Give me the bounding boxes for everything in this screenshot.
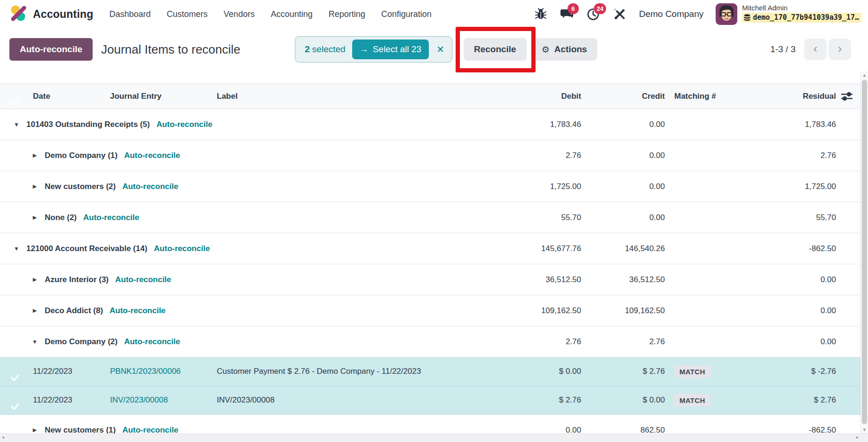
top-navbar: Accounting Dashboard Customers Vendors A… [0,0,868,28]
group-credit: 0.00 [581,151,665,160]
actions-button[interactable]: ⚙ Actions [531,38,598,61]
vertical-scrollbar-thumb[interactable] [862,80,867,424]
journal-item-row[interactable]: 11/22/2023INV/2023/00008INV/2023/00008$ … [0,386,860,415]
app-title: Accounting [33,8,94,21]
pager-next-button[interactable]: › [829,39,851,60]
chevron-right-icon: › [838,42,842,55]
auto-reconcile-button[interactable]: Auto-reconcile [9,38,93,61]
header-date[interactable]: Date [30,92,107,101]
header-residual[interactable]: Residual [724,92,836,101]
auto-reconcile-link[interactable]: Auto-reconcile [110,306,166,316]
messages-icon[interactable]: 6 [560,7,574,21]
caret-right-icon[interactable]: ▶ [32,276,38,283]
header-matching[interactable]: Matching # [665,92,724,101]
user-menu[interactable]: Mitchell Admin demo_170_77b941039a39_17… [716,3,861,25]
group-row[interactable]: ▶Deco Addict (8)Auto-reconcile109,162.50… [0,295,860,326]
user-avatar[interactable] [716,3,737,25]
caret-right-icon[interactable]: ▶ [32,214,38,221]
group-row[interactable]: ▶Azure Interior (3)Auto-reconcile36,512.… [0,264,860,295]
group-credit: 146,540.26 [581,244,665,253]
activities-count-badge: 24 [594,3,606,14]
auto-reconcile-link[interactable]: Auto-reconcile [83,213,139,222]
journal-entry-link[interactable]: INV/2023/00008 [107,395,214,405]
group-residual: 55.70 [724,213,836,222]
group-residual: 1,783.46 [724,120,836,129]
tools-icon[interactable] [613,7,627,21]
clear-selection-icon[interactable]: ✕ [435,44,445,55]
group-row[interactable]: ▼121000 Account Receivable (14)Auto-reco… [0,233,860,264]
matching-badge: MATCH [674,365,710,378]
scroll-right-icon[interactable]: ▸ [856,434,859,440]
vertical-scrollbar[interactable]: ▲ ▼ [860,71,868,434]
row-label: Customer Payment $ 2.76 - Demo Company -… [214,367,492,376]
scroll-up-icon[interactable]: ▲ [861,73,868,78]
caret-right-icon[interactable]: ▶ [32,427,38,433]
caret-down-icon[interactable]: ▼ [13,245,20,252]
debug-bug-icon[interactable] [534,7,548,21]
journal-entry-link[interactable]: PBNK1/2023/00006 [107,367,214,376]
pager-range: 1-3 / 3 [770,44,796,55]
caret-down-icon[interactable]: ▼ [13,121,20,128]
group-row[interactable]: ▼101403 Outstanding Receipts (5)Auto-rec… [0,109,860,140]
row-label: INV/2023/00008 [214,395,492,405]
nav-item-configuration[interactable]: Configuration [381,9,432,19]
header-label[interactable]: Label [214,92,492,101]
group-name: Deco Addict (8) [45,306,103,316]
group-name: Azure Interior (3) [45,275,109,284]
gear-icon: ⚙ [542,45,550,54]
group-name: Demo Company (1) [45,151,118,160]
group-debit: 2.76 [492,337,581,347]
optional-columns-icon[interactable] [836,91,860,102]
horizontal-scrollbar[interactable]: ◂ ▸ [0,434,868,442]
header-credit[interactable]: Credit [581,92,665,101]
select-all-button[interactable]: → Select all 23 [352,39,429,59]
app-brand[interactable]: Accounting [9,4,94,24]
nav-item-customers[interactable]: Customers [167,9,208,19]
group-residual: 2.76 [724,151,836,160]
nav-item-vendors[interactable]: Vendors [224,9,255,19]
row-credit: $ 0.00 [581,395,665,405]
reconcile-button-wrap: Reconcile [464,38,527,61]
row-credit: $ 2.76 [581,367,665,376]
nav-item-dashboard[interactable]: Dashboard [110,9,151,19]
group-credit: 36,512.50 [581,275,665,284]
group-row[interactable]: ▶New customers (2)Auto-reconcile1,725.00… [0,171,860,202]
database-chip[interactable]: demo_170_77b941039a39_17… [742,13,861,23]
auto-reconcile-link[interactable]: Auto-reconcile [124,151,180,160]
messages-count-badge: 6 [568,3,579,14]
header-journal-entry[interactable]: Journal Entry [107,92,214,101]
pager-previous-button[interactable]: ‹ [804,39,827,60]
auto-reconcile-link[interactable]: Auto-reconcile [154,244,210,253]
reconcile-button[interactable]: Reconcile [464,38,527,61]
group-debit: 1,725.00 [492,182,581,191]
group-row[interactable]: ▶Demo Company (1)Auto-reconcile2.760.002… [0,140,860,171]
nav-item-reporting[interactable]: Reporting [329,9,365,19]
arrow-right-icon: → [360,44,369,55]
page: Accounting Dashboard Customers Vendors A… [0,0,868,442]
group-residual: 1,725.00 [724,182,836,191]
nav-item-accounting[interactable]: Accounting [271,9,313,19]
caret-right-icon[interactable]: ▶ [32,308,38,314]
group-row[interactable]: ▼Demo Company (2)Auto-reconcile2.762.760… [0,326,860,357]
group-name: None (2) [45,213,77,222]
row-date: 11/22/2023 [30,395,107,405]
journal-item-row[interactable]: 11/22/2023PBNK1/2023/00006Customer Payme… [0,357,860,386]
group-row[interactable]: ▶None (2)Auto-reconcile55.700.0055.70 [0,202,860,233]
company-switcher[interactable]: Demo Company [639,9,703,19]
control-panel: Auto-reconcile Journal Items to reconcil… [0,28,868,71]
group-name: Demo Company (2) [45,337,118,347]
journal-items-table: Date Journal Entry Label Debit Credit Ma… [0,84,860,442]
user-name: Mitchell Admin [742,4,861,12]
auto-reconcile-link[interactable]: Auto-reconcile [122,182,178,191]
group-credit: 0.00 [581,120,665,129]
header-debit[interactable]: Debit [492,92,581,101]
auto-reconcile-link[interactable]: Auto-reconcile [115,275,171,284]
scroll-down-icon[interactable]: ▼ [861,427,868,432]
caret-right-icon[interactable]: ▶ [32,183,38,189]
caret-down-icon[interactable]: ▼ [32,339,38,345]
caret-right-icon[interactable]: ▶ [32,152,38,158]
auto-reconcile-link[interactable]: Auto-reconcile [157,120,213,129]
activities-clock-icon[interactable]: 24 [586,7,600,21]
scroll-left-icon[interactable]: ◂ [2,434,4,440]
auto-reconcile-link[interactable]: Auto-reconcile [124,337,180,347]
